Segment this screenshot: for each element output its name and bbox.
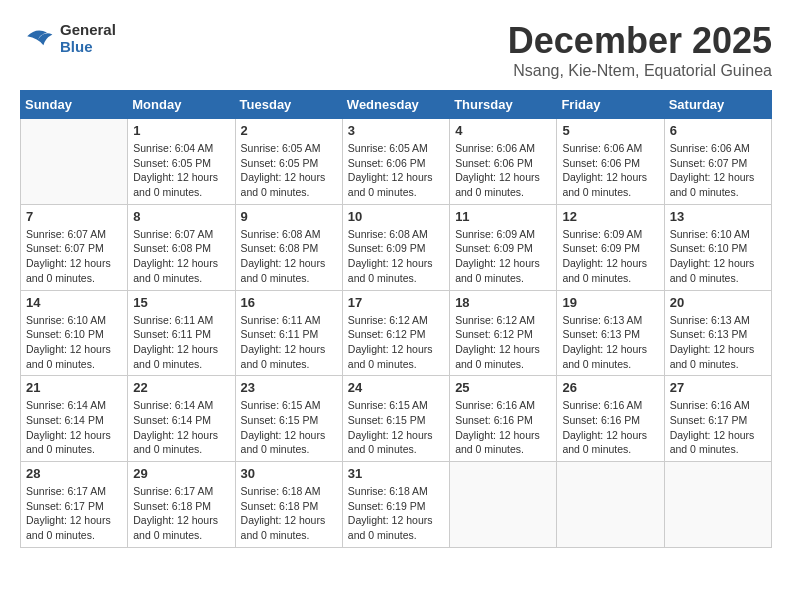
day-number: 19 <box>562 295 658 310</box>
calendar-cell: 7Sunrise: 6:07 AMSunset: 6:07 PMDaylight… <box>21 204 128 290</box>
day-number: 17 <box>348 295 444 310</box>
day-info: Sunrise: 6:13 AMSunset: 6:13 PMDaylight:… <box>670 313 766 372</box>
day-number: 8 <box>133 209 229 224</box>
header: General Blue December 2025 Nsang, Kie-Nt… <box>20 20 772 80</box>
day-info: Sunrise: 6:17 AMSunset: 6:18 PMDaylight:… <box>133 484 229 543</box>
day-number: 10 <box>348 209 444 224</box>
day-number: 7 <box>26 209 122 224</box>
day-number: 16 <box>241 295 337 310</box>
logo-text: General Blue <box>60 21 116 55</box>
day-number: 2 <box>241 123 337 138</box>
day-info: Sunrise: 6:08 AMSunset: 6:08 PMDaylight:… <box>241 227 337 286</box>
day-number: 29 <box>133 466 229 481</box>
day-number: 13 <box>670 209 766 224</box>
calendar-day-header: Monday <box>128 91 235 119</box>
calendar-cell: 2Sunrise: 6:05 AMSunset: 6:05 PMDaylight… <box>235 119 342 205</box>
calendar-cell: 16Sunrise: 6:11 AMSunset: 6:11 PMDayligh… <box>235 290 342 376</box>
page-container: General Blue December 2025 Nsang, Kie-Nt… <box>20 20 772 548</box>
day-number: 27 <box>670 380 766 395</box>
day-info: Sunrise: 6:06 AMSunset: 6:06 PMDaylight:… <box>455 141 551 200</box>
day-info: Sunrise: 6:16 AMSunset: 6:16 PMDaylight:… <box>455 398 551 457</box>
calendar-week-row: 1Sunrise: 6:04 AMSunset: 6:05 PMDaylight… <box>21 119 772 205</box>
day-info: Sunrise: 6:18 AMSunset: 6:18 PMDaylight:… <box>241 484 337 543</box>
day-info: Sunrise: 6:15 AMSunset: 6:15 PMDaylight:… <box>241 398 337 457</box>
day-number: 24 <box>348 380 444 395</box>
day-number: 9 <box>241 209 337 224</box>
day-number: 26 <box>562 380 658 395</box>
calendar-day-header: Sunday <box>21 91 128 119</box>
calendar-cell: 21Sunrise: 6:14 AMSunset: 6:14 PMDayligh… <box>21 376 128 462</box>
day-info: Sunrise: 6:13 AMSunset: 6:13 PMDaylight:… <box>562 313 658 372</box>
day-number: 15 <box>133 295 229 310</box>
calendar-cell: 27Sunrise: 6:16 AMSunset: 6:17 PMDayligh… <box>664 376 771 462</box>
day-info: Sunrise: 6:07 AMSunset: 6:07 PMDaylight:… <box>26 227 122 286</box>
day-info: Sunrise: 6:04 AMSunset: 6:05 PMDaylight:… <box>133 141 229 200</box>
day-number: 21 <box>26 380 122 395</box>
calendar-cell: 29Sunrise: 6:17 AMSunset: 6:18 PMDayligh… <box>128 462 235 548</box>
day-number: 5 <box>562 123 658 138</box>
day-info: Sunrise: 6:14 AMSunset: 6:14 PMDaylight:… <box>133 398 229 457</box>
day-number: 11 <box>455 209 551 224</box>
day-info: Sunrise: 6:15 AMSunset: 6:15 PMDaylight:… <box>348 398 444 457</box>
calendar-day-header: Tuesday <box>235 91 342 119</box>
calendar-cell: 4Sunrise: 6:06 AMSunset: 6:06 PMDaylight… <box>450 119 557 205</box>
calendar-week-row: 14Sunrise: 6:10 AMSunset: 6:10 PMDayligh… <box>21 290 772 376</box>
day-number: 25 <box>455 380 551 395</box>
calendar-header-row: SundayMondayTuesdayWednesdayThursdayFrid… <box>21 91 772 119</box>
logo-icon <box>20 20 56 56</box>
day-info: Sunrise: 6:11 AMSunset: 6:11 PMDaylight:… <box>133 313 229 372</box>
day-info: Sunrise: 6:06 AMSunset: 6:06 PMDaylight:… <box>562 141 658 200</box>
location-title: Nsang, Kie-Ntem, Equatorial Guinea <box>508 62 772 80</box>
calendar-cell: 6Sunrise: 6:06 AMSunset: 6:07 PMDaylight… <box>664 119 771 205</box>
day-number: 28 <box>26 466 122 481</box>
calendar-cell: 8Sunrise: 6:07 AMSunset: 6:08 PMDaylight… <box>128 204 235 290</box>
day-number: 6 <box>670 123 766 138</box>
calendar-cell: 26Sunrise: 6:16 AMSunset: 6:16 PMDayligh… <box>557 376 664 462</box>
calendar-cell: 5Sunrise: 6:06 AMSunset: 6:06 PMDaylight… <box>557 119 664 205</box>
day-info: Sunrise: 6:05 AMSunset: 6:05 PMDaylight:… <box>241 141 337 200</box>
day-info: Sunrise: 6:05 AMSunset: 6:06 PMDaylight:… <box>348 141 444 200</box>
day-info: Sunrise: 6:12 AMSunset: 6:12 PMDaylight:… <box>455 313 551 372</box>
day-info: Sunrise: 6:16 AMSunset: 6:16 PMDaylight:… <box>562 398 658 457</box>
day-number: 20 <box>670 295 766 310</box>
day-info: Sunrise: 6:16 AMSunset: 6:17 PMDaylight:… <box>670 398 766 457</box>
day-info: Sunrise: 6:14 AMSunset: 6:14 PMDaylight:… <box>26 398 122 457</box>
calendar-cell: 11Sunrise: 6:09 AMSunset: 6:09 PMDayligh… <box>450 204 557 290</box>
day-number: 18 <box>455 295 551 310</box>
calendar-cell: 30Sunrise: 6:18 AMSunset: 6:18 PMDayligh… <box>235 462 342 548</box>
calendar-cell: 18Sunrise: 6:12 AMSunset: 6:12 PMDayligh… <box>450 290 557 376</box>
calendar-cell: 9Sunrise: 6:08 AMSunset: 6:08 PMDaylight… <box>235 204 342 290</box>
logo: General Blue <box>20 20 116 56</box>
calendar-body: 1Sunrise: 6:04 AMSunset: 6:05 PMDaylight… <box>21 119 772 548</box>
calendar-cell: 22Sunrise: 6:14 AMSunset: 6:14 PMDayligh… <box>128 376 235 462</box>
calendar-cell: 28Sunrise: 6:17 AMSunset: 6:17 PMDayligh… <box>21 462 128 548</box>
day-number: 1 <box>133 123 229 138</box>
day-info: Sunrise: 6:09 AMSunset: 6:09 PMDaylight:… <box>562 227 658 286</box>
day-number: 22 <box>133 380 229 395</box>
day-number: 23 <box>241 380 337 395</box>
calendar-day-header: Thursday <box>450 91 557 119</box>
calendar-cell: 12Sunrise: 6:09 AMSunset: 6:09 PMDayligh… <box>557 204 664 290</box>
calendar-cell <box>21 119 128 205</box>
calendar-cell <box>557 462 664 548</box>
day-info: Sunrise: 6:11 AMSunset: 6:11 PMDaylight:… <box>241 313 337 372</box>
title-area: December 2025 Nsang, Kie-Ntem, Equatoria… <box>508 20 772 80</box>
calendar-cell: 23Sunrise: 6:15 AMSunset: 6:15 PMDayligh… <box>235 376 342 462</box>
day-info: Sunrise: 6:18 AMSunset: 6:19 PMDaylight:… <box>348 484 444 543</box>
calendar-cell: 13Sunrise: 6:10 AMSunset: 6:10 PMDayligh… <box>664 204 771 290</box>
calendar-week-row: 21Sunrise: 6:14 AMSunset: 6:14 PMDayligh… <box>21 376 772 462</box>
day-info: Sunrise: 6:06 AMSunset: 6:07 PMDaylight:… <box>670 141 766 200</box>
calendar-week-row: 7Sunrise: 6:07 AMSunset: 6:07 PMDaylight… <box>21 204 772 290</box>
day-number: 4 <box>455 123 551 138</box>
day-info: Sunrise: 6:12 AMSunset: 6:12 PMDaylight:… <box>348 313 444 372</box>
calendar-cell: 24Sunrise: 6:15 AMSunset: 6:15 PMDayligh… <box>342 376 449 462</box>
calendar-day-header: Wednesday <box>342 91 449 119</box>
calendar-cell: 10Sunrise: 6:08 AMSunset: 6:09 PMDayligh… <box>342 204 449 290</box>
calendar-cell: 17Sunrise: 6:12 AMSunset: 6:12 PMDayligh… <box>342 290 449 376</box>
month-title: December 2025 <box>508 20 772 62</box>
day-info: Sunrise: 6:09 AMSunset: 6:09 PMDaylight:… <box>455 227 551 286</box>
calendar-cell <box>664 462 771 548</box>
calendar-cell: 25Sunrise: 6:16 AMSunset: 6:16 PMDayligh… <box>450 376 557 462</box>
calendar-cell: 31Sunrise: 6:18 AMSunset: 6:19 PMDayligh… <box>342 462 449 548</box>
day-number: 31 <box>348 466 444 481</box>
